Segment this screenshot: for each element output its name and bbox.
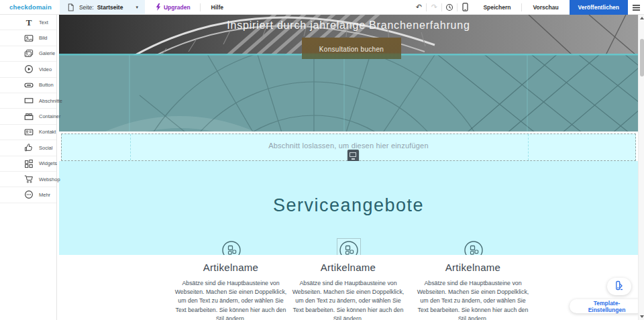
hamburger-icon (633, 1, 640, 13)
sidebar-item-mehr[interactable]: Mehr (0, 187, 56, 203)
redo-icon: ↷ (431, 3, 437, 11)
sidebar-item-label: Social (39, 145, 52, 151)
hero-cta-button[interactable]: Konsultation buchen (302, 38, 401, 59)
text-icon: T (24, 17, 34, 27)
page-selector-value: Startseite (97, 4, 123, 11)
sidebar-item-text[interactable]: T Text (0, 15, 56, 30)
mobile-preview-button[interactable] (458, 3, 472, 12)
article-body[interactable]: Absätze sind die Hauptbausteine von Webs… (407, 279, 539, 320)
sidebar-item-label: Bild (39, 35, 48, 41)
undo-button[interactable]: ↶ (411, 3, 426, 11)
lightning-icon (156, 3, 161, 12)
top-toolbar: checkdomain Seite: Startseite ▾ Upgraden… (0, 0, 644, 15)
dropzone-hint-text: Abschnitt loslassen, um diesen hier einz… (62, 142, 635, 150)
contact-icon (24, 127, 34, 137)
sidebar-item-label: Button (39, 82, 54, 88)
article-body[interactable]: Absätze sind die Hauptbausteine von Webs… (282, 279, 414, 320)
sidebar-item-video[interactable]: Video (0, 62, 56, 77)
svg-text:T: T (26, 17, 32, 27)
sidebar-item-label: Widgets (39, 160, 57, 166)
sidebar-item-social[interactable]: Social (0, 140, 56, 156)
hero-background-image (59, 15, 638, 131)
page-icon (66, 3, 76, 12)
services-section[interactable]: Serviceangebote (59, 161, 638, 255)
article-body[interactable]: Absätze sind die Hauptbausteine von Webs… (165, 279, 297, 320)
hero-heading[interactable]: Inspiriert durch jahrelange Branchenerfa… (59, 19, 638, 32)
sidebar-item-label: Kontakt (39, 129, 56, 135)
mobile-phone-icon (460, 3, 470, 12)
menu-button[interactable] (628, 1, 644, 13)
container-icon (24, 112, 34, 121)
preview-button[interactable]: Vorschau (522, 4, 569, 11)
gallery-icon (24, 49, 34, 58)
chevron-down-icon: ▾ (136, 5, 138, 10)
page-selector-label: Seite: (79, 4, 94, 11)
section-dropzone[interactable]: Abschnitt loslassen, um diesen hier einz… (61, 134, 636, 161)
sidebar-item-abschnitte[interactable]: Abschnitte (0, 93, 56, 109)
upgrade-label: Upgraden (164, 4, 191, 11)
scrollbar-down-arrow[interactable] (640, 315, 644, 318)
scrollbar-thumb[interactable] (640, 39, 644, 76)
image-icon (24, 34, 34, 43)
articles-row: Artikelname Absätze sind die Hauptbauste… (57, 255, 638, 320)
sidebar-item-label: Container (39, 113, 61, 119)
sidebar-item-bild[interactable]: Bild (0, 30, 56, 46)
sidebar-item-button[interactable]: Button (0, 78, 56, 93)
save-button[interactable]: Speichern (472, 4, 521, 11)
article-title[interactable]: Artikelname (282, 262, 414, 273)
article-column[interactable]: Artikelname Absätze sind die Hauptbauste… (282, 255, 414, 320)
scrollbar-up-arrow[interactable] (640, 17, 644, 19)
template-settings-button[interactable]: Template-Einstellungen (570, 299, 644, 313)
elements-sidebar: T Text Bild Galerie Video B (0, 15, 57, 320)
checkdomain-logo: checkdomain (0, 0, 60, 14)
sidebar-item-container[interactable]: Container (0, 109, 56, 124)
toolbar-right-group: ↶ ↷ Speichern Vorschau Veröffentlichen (411, 0, 644, 14)
toolbar-left-group: checkdomain Seite: Startseite ▾ Upgraden… (0, 0, 234, 14)
services-heading[interactable]: Serviceangebote (59, 195, 638, 216)
sidebar-item-kontakt[interactable]: Kontakt (0, 125, 56, 140)
site-editor-canvas: Inspiriert durch jahrelange Branchenerfa… (57, 15, 638, 320)
article-column[interactable]: Artikelname Absätze sind die Hauptbauste… (407, 255, 539, 320)
undo-icon: ↶ (416, 3, 422, 11)
history-button[interactable] (442, 3, 457, 12)
hero-section[interactable]: Inspiriert durch jahrelange Branchenerfa… (59, 15, 638, 131)
upgrade-button[interactable]: Upgraden (145, 0, 200, 14)
page-selector-dropdown[interactable]: Seite: Startseite ▾ (60, 0, 145, 14)
sidebar-item-label: Galerie (39, 50, 55, 56)
webshop-cart-icon (24, 174, 34, 184)
publish-button[interactable]: Veröffentlichen (570, 0, 628, 15)
vertical-scrollbar[interactable] (638, 15, 644, 320)
sidebar-item-label: Text (39, 19, 48, 25)
sidebar-item-label: Webshop (39, 176, 60, 182)
sidebar-item-label: Abschnitte (39, 98, 62, 104)
widgets-icon (24, 159, 34, 168)
app-window: checkdomain Seite: Startseite ▾ Upgraden… (0, 0, 644, 320)
video-icon (24, 64, 34, 74)
design-settings-button[interactable] (607, 278, 631, 295)
article-title[interactable]: Artikelname (165, 262, 297, 273)
sidebar-item-widgets[interactable]: Widgets (0, 156, 56, 172)
more-icon (24, 190, 34, 199)
redo-button[interactable]: ↷ (427, 3, 441, 11)
history-clock-icon (445, 3, 454, 12)
social-thumbs-up-icon (24, 143, 34, 152)
article-column[interactable]: Artikelname Absätze sind die Hauptbauste… (165, 255, 297, 320)
sidebar-item-label: Video (39, 66, 52, 72)
sidebar-item-galerie[interactable]: Galerie (0, 46, 56, 62)
help-button[interactable]: Hilfe (201, 0, 234, 14)
sections-icon (24, 96, 34, 105)
article-title[interactable]: Artikelname (407, 262, 539, 273)
button-icon (24, 81, 34, 90)
design-swatch-icon (614, 280, 625, 292)
sidebar-item-webshop[interactable]: Webshop (0, 172, 56, 187)
sidebar-item-label: Mehr (39, 192, 50, 198)
